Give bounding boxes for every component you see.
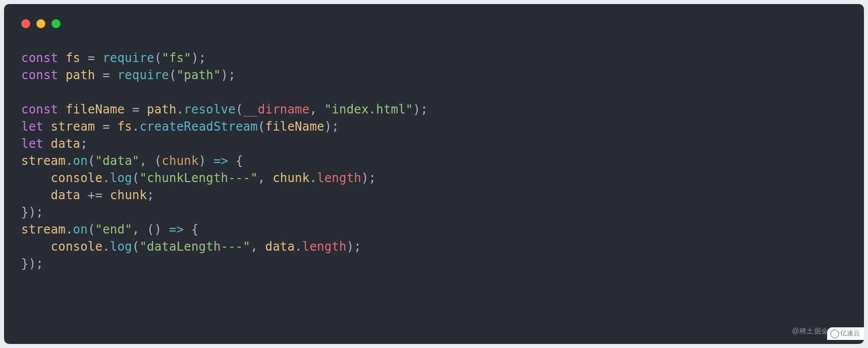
code-token: chunk bbox=[273, 171, 309, 185]
code-token: log bbox=[110, 240, 132, 254]
code-token: ; bbox=[147, 188, 154, 202]
code-token: }); bbox=[21, 205, 43, 219]
code-token: ); bbox=[361, 171, 376, 185]
code-token: chunk bbox=[161, 154, 198, 168]
code-token: ( bbox=[88, 222, 95, 237]
code-token: ); bbox=[347, 240, 361, 254]
code-token: ( bbox=[169, 68, 177, 82]
code-token: ; bbox=[80, 137, 88, 151]
code-window: const fs = require("fs"); const path = r… bbox=[4, 4, 864, 344]
code-token: ); bbox=[191, 51, 206, 65]
code-token: . bbox=[132, 120, 140, 134]
code-token: { bbox=[184, 222, 198, 237]
code-token: ); bbox=[324, 120, 339, 134]
code-token: require bbox=[102, 51, 154, 65]
code-token: const bbox=[21, 51, 66, 65]
code-token: => bbox=[169, 222, 184, 237]
code-token: __dirname bbox=[243, 102, 310, 117]
code-token: ( bbox=[132, 171, 140, 185]
code-token: . bbox=[177, 102, 184, 117]
code-token: console bbox=[51, 240, 103, 254]
code-token bbox=[21, 188, 51, 202]
code-token: . bbox=[66, 154, 73, 168]
code-token: "path" bbox=[177, 68, 221, 82]
code-token: , bbox=[258, 171, 273, 185]
code-token: , () bbox=[132, 222, 169, 237]
code-token: stream bbox=[21, 154, 66, 168]
minimize-icon[interactable] bbox=[36, 19, 45, 28]
watermark-yisu: 亿速云 bbox=[827, 327, 864, 340]
code-token: fileName bbox=[265, 120, 324, 134]
code-token: stream bbox=[21, 222, 66, 237]
code-token: const bbox=[21, 68, 66, 82]
code-token: on bbox=[73, 222, 88, 237]
code-token: path bbox=[66, 68, 95, 82]
close-icon[interactable] bbox=[21, 19, 30, 28]
code-token: data bbox=[265, 240, 295, 254]
code-token: length bbox=[302, 240, 347, 254]
code-token: "data" bbox=[95, 154, 140, 168]
code-token: let bbox=[21, 120, 51, 134]
window-controls bbox=[21, 19, 847, 28]
code-token: console bbox=[51, 171, 103, 185]
code-token: = bbox=[95, 68, 118, 82]
code-token: += bbox=[80, 188, 110, 202]
code-token: ( bbox=[88, 154, 95, 168]
code-token: ) bbox=[199, 154, 213, 168]
code-token: = bbox=[125, 102, 147, 117]
code-token: fs bbox=[117, 120, 132, 134]
code-token: resolve bbox=[184, 102, 236, 117]
code-token: , bbox=[309, 102, 324, 117]
code-token: let bbox=[21, 137, 51, 151]
code-token bbox=[21, 171, 51, 185]
code-token: chunk bbox=[110, 188, 147, 202]
code-token: ( bbox=[132, 240, 140, 254]
code-token: ); bbox=[221, 68, 236, 82]
code-token: , ( bbox=[139, 154, 161, 168]
code-token: }); bbox=[21, 257, 43, 271]
code-token: . bbox=[309, 171, 317, 185]
code-token: { bbox=[228, 154, 243, 168]
watermark-juejin: @稀土掘金 bbox=[792, 326, 829, 336]
code-token: = bbox=[95, 120, 118, 134]
code-token: const bbox=[21, 102, 66, 117]
code-token: stream bbox=[51, 120, 95, 134]
code-token: createReadStream bbox=[139, 120, 257, 134]
zoom-icon[interactable] bbox=[51, 19, 61, 28]
code-token: fileName bbox=[66, 102, 125, 117]
code-token: log bbox=[110, 171, 132, 185]
code-token: "chunkLength---" bbox=[139, 171, 257, 185]
code-token: , bbox=[250, 240, 265, 254]
code-token: path bbox=[147, 102, 177, 117]
code-token: "dataLength---" bbox=[139, 240, 250, 254]
code-token: length bbox=[317, 171, 361, 185]
code-token: = bbox=[80, 51, 102, 65]
code-token: "end" bbox=[95, 222, 132, 237]
code-token: ); bbox=[413, 102, 427, 117]
code-block[interactable]: const fs = require("fs"); const path = r… bbox=[21, 49, 847, 272]
code-token: . bbox=[102, 171, 110, 185]
code-token: . bbox=[102, 240, 110, 254]
code-token: on bbox=[73, 154, 88, 168]
code-token bbox=[21, 240, 51, 254]
code-token: ( bbox=[236, 102, 243, 117]
code-token: . bbox=[295, 240, 302, 254]
code-token: ( bbox=[258, 120, 265, 134]
code-token: . bbox=[66, 222, 73, 237]
code-token: "fs" bbox=[161, 51, 191, 65]
code-token: data bbox=[51, 137, 81, 151]
code-token: => bbox=[213, 154, 228, 168]
code-token: "index.html" bbox=[324, 102, 413, 117]
code-token: ( bbox=[154, 51, 162, 65]
code-token: fs bbox=[66, 51, 80, 65]
code-token: require bbox=[117, 68, 169, 82]
code-token: data bbox=[51, 188, 81, 202]
